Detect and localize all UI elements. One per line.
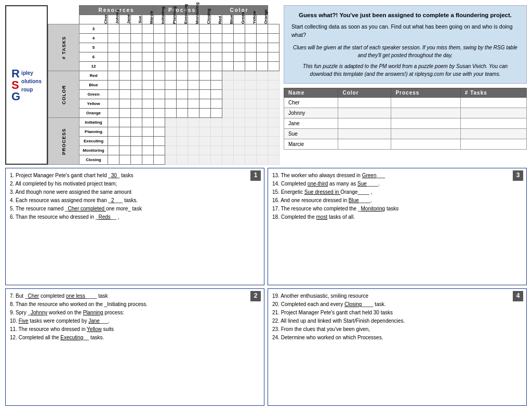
grid-cell	[188, 146, 200, 155]
grid-cell	[177, 137, 188, 146]
grid-cell	[257, 34, 268, 43]
clue-number-1: 1	[250, 170, 261, 181]
grid-cell	[108, 90, 119, 99]
grid-cell	[200, 34, 211, 43]
grid-cell	[108, 155, 119, 165]
answer-cell-process	[391, 128, 460, 139]
grid-cell	[154, 52, 165, 62]
grid-cell	[234, 81, 245, 90]
grid-cell	[154, 137, 165, 146]
grid-cell	[200, 109, 211, 118]
grid-cell	[131, 118, 142, 127]
grid-cell	[188, 43, 200, 52]
grid-cell	[154, 43, 165, 52]
grid-cell	[222, 52, 234, 62]
grid-cell	[234, 34, 245, 43]
answer-cell-name: Jane	[284, 118, 338, 128]
grid-cell	[119, 118, 131, 127]
grid-cell	[108, 109, 119, 118]
grid-cell	[165, 127, 177, 137]
grid-cell	[188, 137, 200, 146]
grid-cell	[119, 34, 131, 43]
grid-cell	[268, 127, 280, 137]
grid-cell	[177, 24, 188, 34]
clue-line: 23. From the clues that you've been give…	[272, 325, 522, 334]
grid-cell	[257, 127, 268, 137]
grid-cell	[245, 109, 257, 118]
grid-cell	[119, 109, 131, 118]
grid-cell	[177, 52, 188, 62]
grid-cell	[177, 146, 188, 155]
grid-cell	[257, 99, 268, 109]
grid-cell	[245, 146, 257, 155]
grid-cell	[268, 71, 280, 81]
grid-cell	[142, 90, 154, 99]
grid-cell	[154, 34, 165, 43]
col-executing: Executing	[177, 15, 188, 24]
grid-cell	[222, 118, 234, 127]
grid-cell	[188, 109, 200, 118]
grid-cell	[200, 137, 211, 146]
clue-box-2: 2 7. But _Cher completed one less____ ta…	[5, 288, 264, 406]
answer-header-color: Color	[338, 88, 391, 97]
right-panel: Guess what?! You've just been assigned t…	[284, 5, 527, 165]
grid-cell	[222, 43, 234, 52]
clue-line: 11. The resource who dressed in Yellow s…	[10, 325, 260, 334]
grid-cell	[211, 62, 222, 71]
grid-cell	[268, 109, 280, 118]
grid-cell	[245, 34, 257, 43]
grid-cell	[142, 24, 154, 34]
grid-cell	[257, 109, 268, 118]
grid-cell	[245, 137, 257, 146]
clue-number-4: 4	[513, 291, 523, 301]
grid-cell	[200, 155, 211, 165]
grid-cell	[188, 90, 200, 99]
clue-line: 22. All lined up and linked with Start/F…	[272, 317, 522, 325]
grid-cell	[165, 52, 177, 62]
main-grid-area: Resources Process Color Cher Johnny Jan	[48, 5, 280, 165]
grid-cell	[165, 62, 177, 71]
grid-cell	[119, 62, 131, 71]
col-sue: Sue	[131, 15, 142, 24]
grid-cell	[131, 81, 142, 90]
grid-cell	[142, 52, 154, 62]
grid-cell	[222, 146, 234, 155]
grid-cell	[234, 62, 245, 71]
grid-cell	[222, 90, 234, 99]
clue-right-half: 3 13. The worker who always dressed in G…	[268, 168, 527, 406]
answer-cell-color	[338, 118, 391, 128]
grid-cell	[234, 118, 245, 127]
info-box: Guess what?! You've just been assigned t…	[284, 5, 527, 84]
clue-line: 19. Another enthusiastic, smiling resour…	[272, 292, 522, 300]
grid-cell	[257, 146, 268, 155]
grid-cell	[268, 90, 280, 99]
clue-line: 3. And though none were assigned the sam…	[10, 188, 260, 196]
clue-line: 15. Energetic Sue dressed in Orange____ …	[272, 188, 522, 196]
grid-cell	[119, 127, 131, 137]
page: R S G ipley olutions roup	[0, 0, 532, 411]
grid-cell	[257, 137, 268, 146]
grid-cell	[142, 43, 154, 52]
clue-left-half: 1 1. Project Manager Pete's gantt chart …	[5, 168, 264, 406]
color-section-label: COLOR	[48, 71, 79, 118]
grid-cell	[222, 62, 234, 71]
grid-cell	[154, 81, 165, 90]
grid-cell	[177, 109, 188, 118]
grid-cell	[211, 81, 222, 90]
grid-cell	[200, 62, 211, 71]
grid-cell	[131, 34, 142, 43]
grid-cell	[234, 71, 245, 81]
grid-cell	[222, 109, 234, 118]
info-italic2: This fun puzzle is adapted to the PM wor…	[291, 62, 519, 78]
grid-cell	[142, 137, 154, 146]
grid-cell	[268, 81, 280, 90]
answer-cell-process	[391, 139, 460, 149]
grid-cell	[211, 99, 222, 109]
grid-cell	[245, 155, 257, 165]
col-cher: Cher	[79, 15, 108, 24]
answer-cell-name: Marcie	[284, 139, 338, 149]
clue2-content: 7. But _Cher completed one less____ task…	[10, 292, 260, 342]
grid-cell	[108, 137, 119, 146]
grid-cell	[257, 90, 268, 99]
grid-cell	[188, 52, 200, 62]
